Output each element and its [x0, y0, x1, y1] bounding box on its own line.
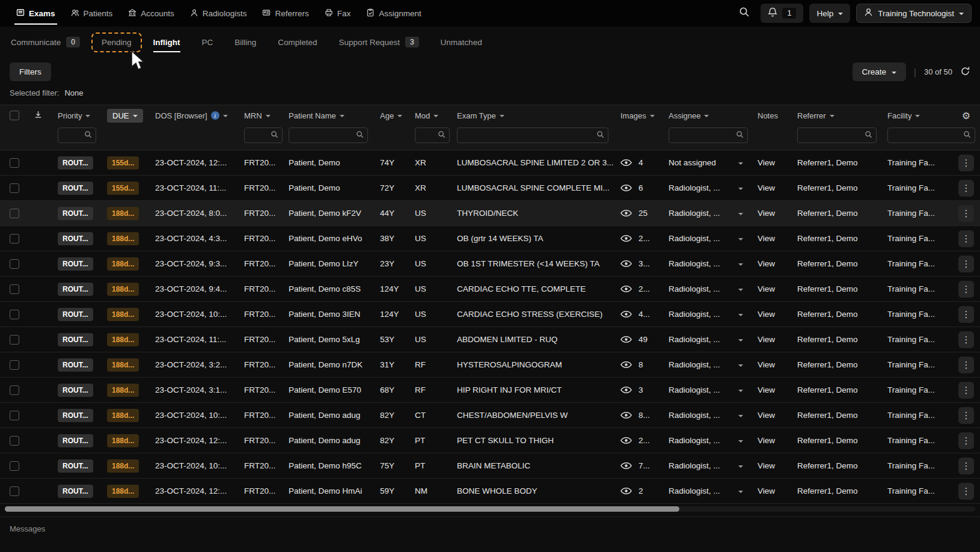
- column-header-priority[interactable]: Priority: [53, 111, 102, 120]
- column-header-dos[interactable]: DOS [Browser] i: [150, 111, 239, 120]
- view-images-eye-icon[interactable]: [620, 184, 632, 192]
- priority-search-input[interactable]: [62, 131, 82, 140]
- row-menu-button[interactable]: ⋮: [958, 432, 974, 449]
- assignee-dropdown[interactable]: Radiologist, ...: [664, 436, 753, 445]
- row-menu-button[interactable]: ⋮: [958, 256, 974, 272]
- nav-item-fax[interactable]: Fax: [317, 0, 359, 26]
- select-all-checkbox[interactable]: [10, 111, 19, 120]
- create-button[interactable]: Create: [853, 63, 907, 81]
- nav-item-accounts[interactable]: Accounts: [120, 0, 182, 26]
- exam-type-search-input[interactable]: [461, 131, 594, 140]
- column-header-referrer[interactable]: Referrer: [792, 111, 883, 120]
- mrn-search-input[interactable]: [248, 131, 268, 140]
- notes-view-link[interactable]: View: [758, 259, 775, 268]
- table-row[interactable]: ROUT... 188d... 23-OCT-2024, 10:... FRT2…: [0, 302, 980, 327]
- column-header-facility[interactable]: Facility: [883, 111, 952, 120]
- view-images-eye-icon[interactable]: [620, 361, 632, 369]
- tab-completed[interactable]: Completed: [278, 38, 317, 47]
- nav-item-exams[interactable]: Exams: [8, 0, 63, 26]
- table-row[interactable]: ROUT... 188d... 23-OCT-2024, 3:2... FRT2…: [0, 352, 980, 378]
- table-row[interactable]: ROUT... 188d... 23-OCT-2024, 8:0... FRT2…: [0, 201, 980, 226]
- column-header-mod[interactable]: Mod: [410, 111, 452, 120]
- notes-view-link[interactable]: View: [758, 284, 775, 293]
- row-menu-button[interactable]: ⋮: [958, 205, 974, 222]
- row-checkbox[interactable]: [10, 436, 19, 446]
- view-images-eye-icon[interactable]: [620, 437, 632, 444]
- tab-unmatched[interactable]: Unmatched: [441, 38, 482, 47]
- view-images-eye-icon[interactable]: [620, 336, 632, 343]
- view-images-eye-icon[interactable]: [620, 285, 632, 293]
- tab-pc[interactable]: PC: [202, 38, 213, 47]
- table-row[interactable]: ROUT... 155d... 23-OCT-2024, 12:... FRT2…: [0, 150, 980, 176]
- notes-view-link[interactable]: View: [758, 385, 775, 394]
- assignee-dropdown[interactable]: Radiologist, ...: [664, 183, 753, 192]
- view-images-eye-icon[interactable]: [620, 411, 632, 419]
- column-settings-gear-icon[interactable]: ⚙: [962, 110, 970, 121]
- assignee-dropdown[interactable]: Radiologist, ...: [664, 310, 753, 319]
- row-checkbox[interactable]: [10, 411, 19, 420]
- column-header-age[interactable]: Age: [375, 111, 410, 120]
- view-images-eye-icon[interactable]: [620, 310, 632, 318]
- table-row[interactable]: ROUT... 188d... 23-OCT-2024, 9:4... FRT2…: [0, 277, 980, 302]
- row-checkbox[interactable]: [10, 486, 19, 496]
- table-row[interactable]: ROUT... 188d... 23-OCT-2024, 10:... FRT2…: [0, 453, 980, 479]
- assignee-dropdown[interactable]: Radiologist, ...: [664, 284, 753, 293]
- row-menu-button[interactable]: ⋮: [958, 155, 974, 171]
- row-checkbox[interactable]: [10, 461, 19, 471]
- notifications-button[interactable]: 1: [761, 4, 803, 23]
- info-icon[interactable]: i: [211, 111, 219, 120]
- notes-view-link[interactable]: View: [758, 209, 775, 218]
- row-checkbox[interactable]: [10, 259, 19, 269]
- view-images-eye-icon[interactable]: [620, 487, 632, 495]
- search-button[interactable]: [734, 4, 755, 23]
- patient-name-search-input[interactable]: [293, 131, 354, 140]
- row-checkbox[interactable]: [10, 360, 19, 370]
- assignee-dropdown[interactable]: Radiologist, ...: [664, 360, 753, 369]
- table-row[interactable]: ROUT... 188d... 23-OCT-2024, 9:3... FRT2…: [0, 251, 980, 277]
- assignee-dropdown[interactable]: Radiologist, ...: [664, 461, 753, 470]
- table-row[interactable]: ROUT... 188d... 23-OCT-2024, 3:1... FRT2…: [0, 378, 980, 403]
- filters-button[interactable]: Filters: [10, 63, 51, 81]
- mod-search-input[interactable]: [419, 131, 435, 140]
- tab-pending[interactable]: Pending: [91, 32, 142, 52]
- column-header-mrn[interactable]: MRN: [239, 111, 284, 120]
- assignee-dropdown[interactable]: Radiologist, ...: [664, 259, 753, 268]
- view-images-eye-icon[interactable]: [620, 386, 632, 394]
- row-checkbox[interactable]: [10, 209, 19, 218]
- help-button[interactable]: Help: [809, 4, 850, 23]
- referrer-search-input[interactable]: [801, 131, 862, 140]
- row-checkbox[interactable]: [10, 234, 19, 244]
- row-checkbox[interactable]: [10, 284, 19, 294]
- table-row[interactable]: ROUT... 188d... 23-OCT-2024, 12:... FRT2…: [0, 479, 980, 504]
- view-images-eye-icon[interactable]: [620, 235, 632, 242]
- scrollbar-thumb[interactable]: [5, 506, 679, 512]
- notes-view-link[interactable]: View: [758, 183, 775, 192]
- row-menu-button[interactable]: ⋮: [958, 407, 974, 424]
- row-checkbox[interactable]: [10, 310, 19, 319]
- tab-communicate[interactable]: Communicate 0: [11, 37, 80, 48]
- download-button[interactable]: [29, 110, 53, 121]
- facility-search-input[interactable]: [892, 131, 961, 140]
- assignee-dropdown[interactable]: Radiologist, ...: [664, 335, 753, 344]
- notes-view-link[interactable]: View: [758, 158, 775, 167]
- notes-view-link[interactable]: View: [758, 234, 775, 243]
- assignee-search-input[interactable]: [673, 131, 733, 140]
- assignee-dropdown[interactable]: Not assigned: [664, 158, 753, 167]
- notes-view-link[interactable]: View: [758, 310, 775, 319]
- notes-view-link[interactable]: View: [758, 486, 775, 495]
- notes-view-link[interactable]: View: [758, 335, 775, 344]
- notes-view-link[interactable]: View: [758, 461, 775, 470]
- horizontal-scrollbar[interactable]: [5, 506, 975, 512]
- row-menu-button[interactable]: ⋮: [958, 180, 974, 197]
- notes-view-link[interactable]: View: [758, 436, 775, 445]
- column-header-notes[interactable]: Notes: [753, 111, 792, 120]
- notes-view-link[interactable]: View: [758, 411, 775, 420]
- row-menu-button[interactable]: ⋮: [958, 331, 974, 348]
- view-images-eye-icon[interactable]: [620, 462, 632, 470]
- table-row[interactable]: ROUT... 155d... 23-OCT-2024, 11:... FRT2…: [0, 176, 980, 201]
- column-header-due[interactable]: DUE: [102, 109, 150, 123]
- column-header-exam-type[interactable]: Exam Type: [452, 111, 616, 120]
- tab-billing[interactable]: Billing: [234, 38, 256, 47]
- view-images-eye-icon[interactable]: [620, 209, 632, 217]
- view-images-eye-icon[interactable]: [620, 159, 632, 167]
